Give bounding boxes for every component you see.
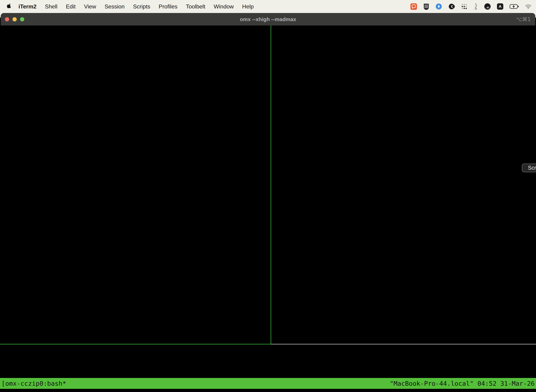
macos-menu-bar: iTerm2ShellEditViewSessionScriptsProfile… [0,0,536,13]
apple-icon [7,3,11,10]
pacman-icon[interactable] [448,3,455,10]
blue-bolt-icon[interactable] [436,3,442,10]
menu-items-left: iTerm2ShellEditViewSessionScriptsProfile… [0,3,258,10]
badge-a-icon[interactable]: A [497,3,503,10]
menu-item-iterm2[interactable]: iTerm2 [14,3,41,10]
menu-items: iTerm2ShellEditViewSessionScriptsProfile… [14,3,258,10]
zoom-button[interactable] [20,17,24,21]
menu-item-shell[interactable]: Shell [41,3,62,10]
screen-overlay-button[interactable]: Scre [522,163,536,172]
battery-icon[interactable] [510,4,519,9]
tmux-status-bar: [omx-cczip0:bash* "MacBook-Pro-44.local"… [0,378,536,389]
window-title-bar[interactable]: omx --xhigh --madmax ⌥⌘1 [1,13,535,25]
menu-item-session[interactable]: Session [100,3,129,10]
wifi-icon[interactable] [525,4,531,9]
menu-item-scripts[interactable]: Scripts [129,3,154,10]
tmux-host-clock: "MacBook-Pro-44.local" 04:52 31-Mar-26 [390,380,535,387]
tmux-session-window[interactable]: [omx-cczip0:bash* [1,380,66,387]
keyboard-shield-icon[interactable] [423,3,429,10]
pane-divider-vertical[interactable] [271,25,271,344]
dot-grid-icon[interactable] [461,3,467,10]
menu-item-edit[interactable]: Edit [62,3,80,10]
menu-item-help[interactable]: Help [238,3,258,10]
menu-item-toolbelt[interactable]: Toolbelt [182,3,210,10]
screenshot-app-icon[interactable] [411,3,417,10]
close-button[interactable] [5,17,9,21]
pane-border-bottom-left [0,344,271,344]
badge-61-icon[interactable]: ..61 [484,3,491,10]
menu-item-profiles[interactable]: Profiles [154,3,182,10]
traffic-lights [5,13,24,25]
pane-border-bottom-right [271,344,536,344]
minimize-button[interactable] [13,17,17,21]
menu-status-icons: ..61 A [411,3,536,10]
window-title: omx --xhigh --madmax [240,13,296,25]
window-shortcut-badge: ⌥⌘1 [516,13,531,25]
apple-menu[interactable] [6,3,14,10]
terminal-screen [0,25,536,392]
menu-item-view[interactable]: View [80,3,100,10]
menu-item-window[interactable]: Window [210,3,238,10]
squiggle-icon[interactable] [474,3,478,10]
screen-overlay-label: Scre [528,165,536,171]
